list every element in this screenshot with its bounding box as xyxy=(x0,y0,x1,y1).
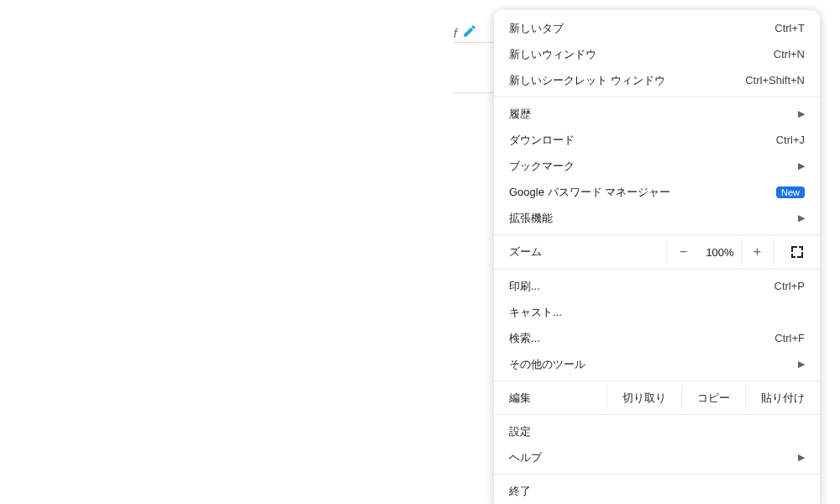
menu-item-shortcut: Ctrl+N xyxy=(774,48,805,60)
menu-item-new-incognito[interactable]: 新しいシークレット ウィンドウ Ctrl+Shift+N xyxy=(494,67,820,93)
menu-separator xyxy=(494,381,820,381)
menu-item-label: 新しいタブ xyxy=(509,21,774,36)
menu-separator xyxy=(494,97,820,97)
chevron-right-icon: ▶ xyxy=(798,108,805,119)
menu-item-label: 印刷... xyxy=(509,279,774,294)
edit-copy-button[interactable]: コピー xyxy=(681,385,745,411)
menu-item-new-window[interactable]: 新しいウィンドウ Ctrl+N xyxy=(494,41,820,67)
fullscreen-icon xyxy=(791,246,803,258)
menu-item-label: 新しいウィンドウ xyxy=(509,47,774,62)
menu-item-edit: 編集 切り取り コピー 貼り付け xyxy=(494,385,820,411)
menu-item-find[interactable]: 検索... Ctrl+F xyxy=(494,325,820,351)
menu-item-label: ダウンロード xyxy=(509,133,776,148)
menu-item-label: その他のツール xyxy=(509,357,798,372)
menu-item-new-tab[interactable]: 新しいタブ Ctrl+T xyxy=(494,15,820,41)
zoom-out-button[interactable]: − xyxy=(667,239,699,265)
menu-item-label: 終了 xyxy=(509,484,805,499)
menu-separator xyxy=(494,474,820,475)
menu-item-history[interactable]: 履歴 ▶ xyxy=(494,101,820,127)
menu-item-label: 編集 xyxy=(509,391,606,406)
menu-item-shortcut: Ctrl+Shift+N xyxy=(745,74,805,87)
edit-paste-button[interactable]: 貼り付け xyxy=(745,385,820,411)
italic-f-glyph: f xyxy=(454,27,457,40)
menu-item-label: キャスト... xyxy=(509,305,805,320)
menu-item-shortcut: Ctrl+P xyxy=(774,280,805,292)
zoom-controls: − 100% + xyxy=(667,239,820,265)
menu-item-extensions[interactable]: 拡張機能 ▶ xyxy=(494,205,820,231)
menu-item-label: ブックマーク xyxy=(509,159,798,174)
menu-item-label: ヘルプ xyxy=(509,450,798,465)
chrome-app-menu: 新しいタブ Ctrl+T 新しいウィンドウ Ctrl+N 新しいシークレット ウ… xyxy=(494,10,820,504)
menu-item-label: 検索... xyxy=(509,331,774,346)
menu-item-downloads[interactable]: ダウンロード Ctrl+J xyxy=(494,127,820,153)
chevron-right-icon: ▶ xyxy=(798,359,805,370)
menu-item-cast[interactable]: キャスト... xyxy=(494,299,820,325)
menu-item-bookmarks[interactable]: ブックマーク ▶ xyxy=(494,153,820,179)
edit-cut-button[interactable]: 切り取り xyxy=(606,385,681,411)
chevron-right-icon: ▶ xyxy=(798,452,805,463)
menu-separator xyxy=(494,234,820,235)
menu-item-label: 拡張機能 xyxy=(509,211,798,226)
edit-actions: 切り取り コピー 貼り付け xyxy=(606,385,820,411)
menu-item-password-manager[interactable]: Google パスワード マネージャー New xyxy=(494,179,820,205)
chevron-right-icon: ▶ xyxy=(798,160,805,171)
background-toolbar-fragment: f xyxy=(454,24,477,43)
menu-item-exit[interactable]: 終了 xyxy=(494,478,820,504)
menu-item-settings[interactable]: 設定 xyxy=(494,418,820,444)
fullscreen-button[interactable] xyxy=(773,239,820,265)
zoom-in-button[interactable]: + xyxy=(741,239,773,265)
menu-item-more-tools[interactable]: その他のツール ▶ xyxy=(494,351,820,377)
pen-icon xyxy=(462,24,477,43)
menu-item-label: 設定 xyxy=(509,424,805,439)
chevron-right-icon: ▶ xyxy=(798,213,805,223)
menu-item-label: 履歴 xyxy=(509,107,798,122)
menu-item-shortcut: Ctrl+T xyxy=(774,22,805,34)
menu-item-label: ズーム xyxy=(509,244,667,260)
menu-item-zoom: ズーム − 100% + xyxy=(494,239,820,265)
menu-item-label: 新しいシークレット ウィンドウ xyxy=(509,73,745,88)
menu-item-print[interactable]: 印刷... Ctrl+P xyxy=(494,273,820,299)
menu-item-help[interactable]: ヘルプ ▶ xyxy=(494,444,820,470)
new-badge: New xyxy=(776,186,805,198)
menu-item-shortcut: Ctrl+J xyxy=(776,134,805,146)
menu-separator xyxy=(494,414,820,415)
menu-item-label: Google パスワード マネージャー xyxy=(509,185,776,200)
menu-separator xyxy=(494,269,820,270)
menu-item-shortcut: Ctrl+F xyxy=(774,332,805,344)
zoom-value: 100% xyxy=(699,246,741,259)
